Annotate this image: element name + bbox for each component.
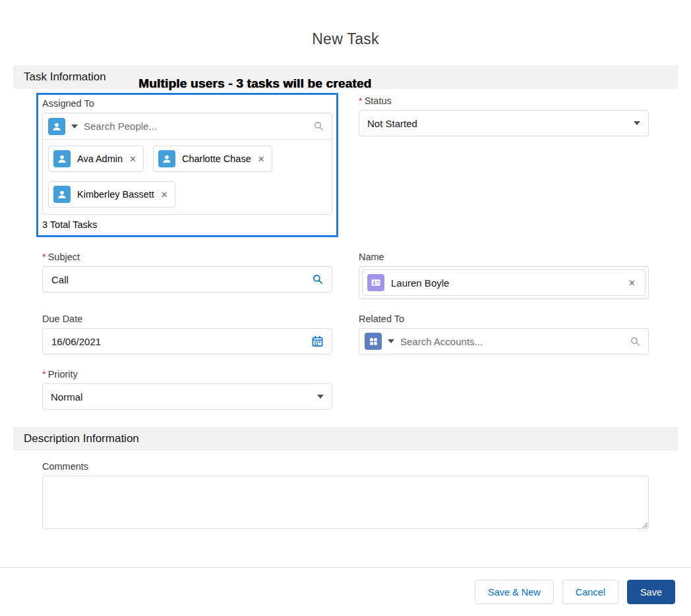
user-icon <box>53 150 71 167</box>
subject-label: *Subject <box>42 252 332 262</box>
calendar-icon[interactable] <box>312 336 323 347</box>
comments-field: Comments <box>0 451 691 532</box>
page-title: New Task <box>0 0 691 48</box>
related-to-field: Related To <box>359 314 649 354</box>
section-description-information: Description Information <box>13 427 678 451</box>
assigned-to-search-input[interactable] <box>84 121 308 132</box>
chevron-down-icon <box>317 395 324 399</box>
related-to-search-input[interactable] <box>400 336 624 347</box>
required-indicator: * <box>359 96 363 106</box>
annotation-note: Multiple users - 3 tasks will be created <box>138 76 371 91</box>
due-date-field: Due Date <box>42 314 332 354</box>
required-indicator: * <box>42 252 46 262</box>
status-combobox[interactable]: Not Started <box>359 110 649 136</box>
user-icon <box>48 118 65 135</box>
user-pill[interactable]: Kimberley Bassett ✕ <box>48 181 175 208</box>
assigned-to-pills: Ava Admin ✕ Charlotte Chase ✕ <box>43 140 332 214</box>
name-label: Name <box>359 252 649 262</box>
pill-label: Kimberley Bassett <box>77 189 154 200</box>
annotation-highlight-box: Assigned To <box>36 93 338 237</box>
remove-pill-icon[interactable]: ✕ <box>258 155 265 163</box>
chevron-down-icon <box>634 121 640 125</box>
modal-footer: Save & New Cancel Save <box>0 567 691 616</box>
remove-pill-icon[interactable]: ✕ <box>129 155 136 163</box>
pill-label: Ava Admin <box>77 154 123 164</box>
subject-input-wrap <box>42 266 332 293</box>
related-to-label: Related To <box>359 314 649 324</box>
status-value: Not Started <box>367 118 417 129</box>
user-pill[interactable]: Ava Admin ✕ <box>48 146 144 172</box>
comments-textarea[interactable] <box>42 476 649 529</box>
subject-input[interactable] <box>43 267 332 292</box>
status-field: *Status Not Started <box>359 96 649 136</box>
search-icon <box>314 121 324 131</box>
remove-pill-icon[interactable]: ✕ <box>161 190 168 199</box>
name-field: Name Lauren Boyle ✕ <box>359 252 649 299</box>
priority-value: Normal <box>51 391 82 403</box>
user-icon <box>158 150 175 167</box>
name-value: Lauren Boyle <box>391 277 449 289</box>
name-lookup[interactable]: Lauren Boyle ✕ <box>359 266 649 299</box>
subject-field: *Subject <box>42 252 332 293</box>
cancel-button[interactable]: Cancel <box>562 580 618 604</box>
priority-label: *Priority <box>42 369 332 379</box>
assigned-to-search-row[interactable] <box>43 113 332 140</box>
user-icon <box>53 186 71 203</box>
contact-icon <box>367 274 384 291</box>
comments-label: Comments <box>42 461 649 472</box>
user-pill[interactable]: Charlotte Chase ✕ <box>153 146 272 172</box>
assigned-to-label: Assigned To <box>42 98 332 109</box>
priority-combobox[interactable]: Normal <box>42 383 332 410</box>
task-form: Assigned To <box>0 89 691 410</box>
save-button[interactable]: Save <box>627 580 675 604</box>
name-selected-pill[interactable]: Lauren Boyle ✕ <box>362 269 646 296</box>
due-date-label: Due Date <box>42 314 332 324</box>
search-icon[interactable] <box>313 274 323 285</box>
account-icon <box>365 333 382 350</box>
due-date-input-wrap <box>42 328 332 354</box>
due-date-input[interactable] <box>43 329 332 354</box>
assigned-to-field: Assigned To <box>42 96 332 237</box>
chevron-down-icon[interactable] <box>71 125 78 128</box>
chevron-down-icon[interactable] <box>388 339 394 343</box>
new-task-modal: New Task Task Information Multiple users… <box>0 0 691 532</box>
search-icon <box>630 337 640 347</box>
remove-lookup-icon[interactable]: ✕ <box>628 279 636 287</box>
required-indicator: * <box>42 369 46 379</box>
save-and-new-button[interactable]: Save & New <box>475 580 554 604</box>
priority-field: *Priority Normal <box>42 369 332 410</box>
status-label: *Status <box>359 96 649 106</box>
related-to-combobox[interactable] <box>359 328 649 354</box>
total-tasks-text: 3 Total Tasks <box>42 219 332 230</box>
pill-label: Charlotte Chase <box>182 154 251 164</box>
assigned-to-multiselect: Ava Admin ✕ Charlotte Chase ✕ <box>42 113 332 215</box>
